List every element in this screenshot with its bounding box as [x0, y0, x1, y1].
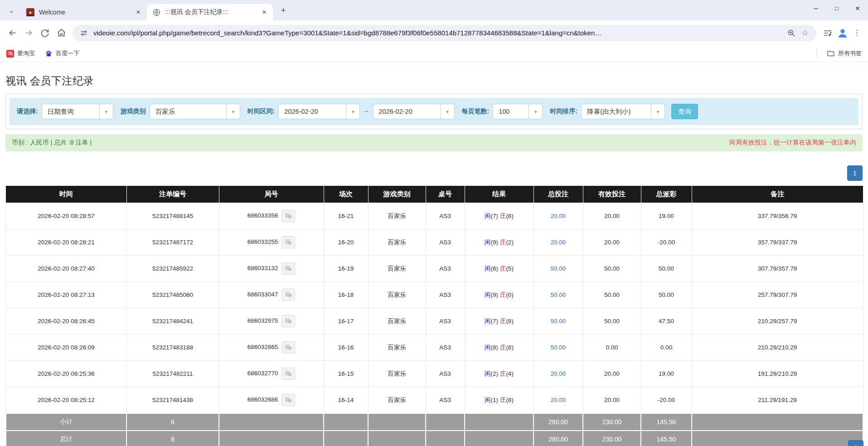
result-banker-label: 庄 [500, 318, 506, 325]
column-header: 结果 [465, 186, 533, 203]
note-cell: 211.29/191.29 [692, 387, 863, 414]
total-bet-cell: 50.00 [533, 256, 583, 282]
bookmark-aitaobao[interactable]: 淘 爱淘宝 [6, 49, 35, 58]
empty-cell [219, 431, 324, 446]
result-banker-label: 庄 [500, 239, 506, 246]
browser-toolbar: videoie.com/ipl/portal.php/game/betrecor… [0, 20, 868, 45]
date-from-select[interactable]: 2026-02-20 ▾ [278, 104, 360, 119]
video-replay-button[interactable] [281, 236, 295, 248]
query-type-select[interactable]: 日期查询 ▾ [42, 104, 113, 119]
bet-records-table: 时间注单编号局号场次游戏类别桌号结果总投注有效投注总派彩备注 2026-02-2… [5, 186, 863, 446]
site-info-icon[interactable] [77, 26, 91, 40]
table-body: 2026-02-20 08:28:57523217488145686033356… [6, 203, 863, 414]
result-player-label: 闲 [485, 265, 491, 272]
game-type-select[interactable]: 百家乐 ▾ [150, 104, 240, 119]
total-bet-link[interactable]: 20.00 [551, 239, 566, 246]
address-bar[interactable]: videoie.com/ipl/portal.php/game/betrecor… [73, 25, 816, 41]
total-bet-link[interactable]: 50.00 [551, 318, 566, 325]
payout-cell: 50.00 [641, 256, 692, 282]
menu-kebab-icon[interactable]: ⋮ [850, 26, 863, 40]
payout-cell: 0.00 [641, 334, 692, 361]
bet-number-cell: 523217488145 [126, 203, 219, 229]
chevron-down-icon: ▾ [529, 104, 542, 119]
url-text[interactable]: videoie.com/ipl/portal.php/game/betrecor… [91, 29, 785, 37]
bet-number-cell: 523217485060 [126, 282, 219, 308]
tab-betrecord[interactable]: :::视讯 会员下注纪录::: ✕ [147, 4, 273, 20]
round-number-cell: 686032686 [219, 387, 324, 414]
total-bet-link[interactable]: 20.00 [551, 397, 566, 403]
result-banker-label: 庄 [500, 397, 506, 403]
maximize-button[interactable]: □ [826, 0, 847, 16]
video-replay-button[interactable] [281, 341, 295, 354]
date-to-select[interactable]: 2026-02-20 ▾ [373, 104, 455, 119]
total-bet-link[interactable]: 50.00 [551, 344, 566, 351]
total-bet-link[interactable]: 20.00 [551, 213, 566, 219]
total-bet-cell: 20.00 [533, 361, 583, 387]
note-cell: 210.29/210.29 [692, 334, 863, 361]
chevron-down-icon: ▾ [441, 104, 454, 119]
result-player-score: (9) [491, 239, 499, 246]
zoom-icon[interactable] [785, 26, 798, 40]
bet-time-cell: 2026-02-20 08:28:21 [6, 229, 126, 256]
game-type-cell: 百家乐 [368, 203, 426, 229]
empty-cell [368, 431, 426, 446]
page-content: 视讯 会员下注纪录 请选择: 日期查询 ▾ 游戏类别 百家乐 ▾ 时间区间: 2… [0, 62, 868, 446]
session-cell: 16-20 [324, 229, 368, 256]
tab-close-icon[interactable]: ✕ [134, 8, 142, 16]
subtotal-row: 小计8280.00230.00145.50 [6, 413, 863, 431]
media-controls-icon[interactable] [820, 25, 835, 41]
minimize-button[interactable]: ─ [805, 0, 826, 16]
tab-title: Welcome [39, 9, 130, 16]
query-type-value: 日期查询 [42, 104, 99, 119]
round-number: 686033132 [247, 265, 278, 271]
globe-icon [152, 8, 160, 16]
search-button[interactable]: 查询 [671, 104, 698, 119]
round-number: 686032770 [247, 370, 278, 377]
valid-bet-cell: 50.00 [583, 282, 641, 308]
tab-welcome[interactable]: ♠ Welcome ✕ [21, 4, 147, 20]
bookmark-star-icon[interactable]: ☆ [798, 26, 812, 40]
all-bookmarks-button[interactable]: 所有书签 [827, 49, 862, 58]
game-type-cell: 百家乐 [368, 229, 426, 256]
total-bet-link[interactable]: 50.00 [551, 265, 566, 272]
home-icon[interactable] [53, 25, 69, 41]
page-title: 视讯 会员下注纪录 [0, 62, 868, 88]
filter-panel: 请选择: 日期查询 ▾ 游戏类别 百家乐 ▾ 时间区间: 2026-02-20 … [5, 94, 863, 129]
refresh-icon[interactable] [37, 25, 53, 41]
video-replay-button[interactable] [281, 368, 295, 380]
pagination-bottom: 1 [848, 440, 863, 446]
game-type-cell: 百家乐 [368, 308, 426, 334]
video-replay-button[interactable] [281, 262, 295, 275]
back-icon[interactable] [5, 25, 20, 41]
tab-search-chevron-icon[interactable]: ⌄ [5, 4, 18, 17]
bookmark-baidu[interactable]: 百度一下 [45, 49, 79, 58]
result-banker-label: 庄 [500, 265, 506, 272]
total-bet-link[interactable]: 50.00 [551, 291, 566, 298]
folder-icon [827, 49, 835, 58]
round-number-cell: 686032975 [219, 308, 324, 334]
valid-bet-cell: 50.00 [583, 308, 641, 334]
total-bet-link[interactable]: 20.00 [551, 370, 566, 377]
close-window-button[interactable]: ✕ [847, 0, 868, 16]
page-1-button[interactable]: 1 [847, 165, 863, 181]
forward-icon[interactable] [21, 25, 36, 41]
sort-label: 时间排序: [550, 107, 577, 116]
per-page-select[interactable]: 100 ▾ [493, 104, 543, 119]
video-replay-button[interactable] [281, 289, 295, 301]
video-replay-button[interactable] [281, 394, 295, 406]
total-bet-cell: 50.00 [533, 308, 583, 334]
tab-close-icon[interactable]: ✕ [260, 8, 268, 16]
welcome-favicon-icon: ♠ [26, 8, 34, 16]
table-number-cell: AS3 [426, 203, 465, 229]
result-banker-label: 庄 [500, 370, 506, 377]
video-replay-button[interactable] [281, 315, 295, 327]
profile-avatar[interactable] [836, 27, 849, 39]
session-cell: 16-14 [324, 387, 368, 414]
sort-select[interactable]: 降幂(由大到小) ▾ [581, 104, 665, 119]
new-tab-button[interactable]: + [276, 4, 290, 17]
video-replay-button[interactable] [281, 210, 295, 222]
baidu-paw-icon [45, 50, 53, 58]
session-cell: 16-18 [324, 282, 368, 308]
page-1-button[interactable]: 1 [848, 440, 863, 446]
result-banker-label: 庄 [500, 213, 506, 219]
